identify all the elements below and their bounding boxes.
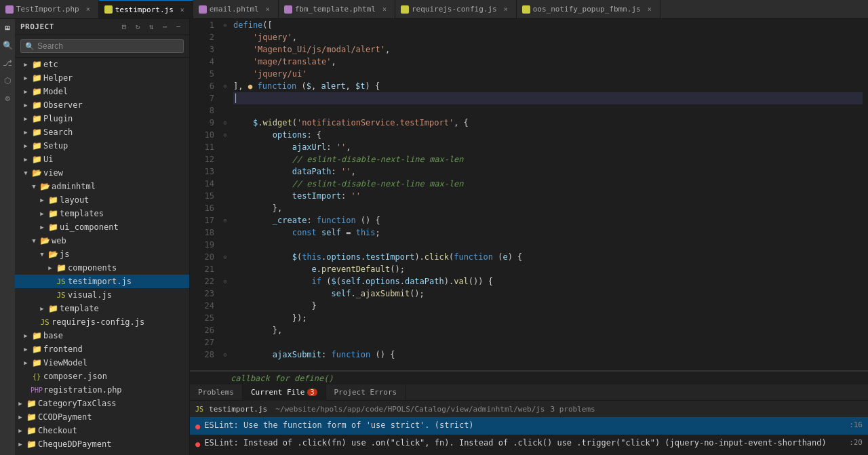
fold-arrow[interactable]: ⊙ (223, 351, 226, 358)
list-item[interactable]: ▶ 📁 Model (15, 85, 189, 98)
extensions-icon[interactable]: ⚙ (1, 92, 14, 104)
list-item[interactable]: JS visual.js (15, 288, 189, 302)
problem-item[interactable]: ▲ Unresolved variable notificationServic… (190, 452, 868, 455)
list-item[interactable]: ▶ 📁 ui_component (15, 220, 189, 234)
refresh-icon[interactable]: ↻ (132, 22, 143, 33)
debug-icon[interactable]: ⬡ (1, 75, 14, 87)
sort-icon[interactable]: ⇅ (146, 22, 157, 33)
chevron-right-icon: ▶ (20, 113, 31, 124)
search-wrap: 🔍 (20, 39, 184, 53)
list-item[interactable]: ▶ 📁 template (15, 302, 189, 315)
list-item[interactable]: ▶ 📁 ViewModel (15, 356, 189, 370)
list-item[interactable]: ▶ 📁 Observer (15, 98, 189, 112)
folder-icon: 📁 (31, 113, 42, 124)
tab-project-errors[interactable]: Project Errors (326, 384, 406, 401)
js-file-icon: JS (56, 290, 66, 300)
sidebar: Project ⊟ ↻ ⇅ ⋯ − 🔍 ▶ 📁 etc (15, 19, 190, 455)
tab-testimport-js[interactable]: testimport.js × (99, 0, 193, 19)
list-item[interactable]: ▼ 📂 js (15, 248, 189, 261)
list-item[interactable]: ▶ 📁 templates (15, 207, 189, 220)
tab-testimport-php[interactable]: TestImport.php × (0, 0, 99, 19)
list-item[interactable]: ▶ 📁 etc (15, 58, 189, 71)
fold-arrow[interactable]: ⊙ (223, 83, 226, 90)
tab-fbm-template[interactable]: fbm_template.phtml × (279, 0, 395, 19)
list-item[interactable]: ▶ 📁 Helper (15, 71, 189, 85)
list-item[interactable]: PHP registration.php (15, 383, 189, 397)
list-item[interactable]: ▶ 📁 Setup (15, 139, 189, 153)
list-item[interactable]: ▼ 📂 adminhtml (15, 180, 189, 193)
list-item[interactable]: ▶ 📁 frontend (15, 342, 189, 356)
spacer (20, 371, 31, 382)
list-item[interactable]: ▶ 📁 CCODPayment (15, 410, 189, 424)
files-icon[interactable]: ⊞ (1, 22, 14, 34)
list-item[interactable]: ▶ 📁 layout (15, 193, 189, 207)
fold-arrow[interactable]: ⊙ (223, 132, 226, 138)
code-line (233, 104, 863, 117)
problem-item[interactable]: ● ESLint: Use the function form of 'use … (190, 417, 868, 435)
collapse-all-icon[interactable]: ⊟ (119, 22, 130, 33)
file-label: composer.json (43, 372, 107, 381)
sidebar-title: Project (20, 22, 54, 31)
tab-close-button[interactable]: × (501, 5, 511, 14)
folder-label: frontend (43, 344, 83, 354)
tab-requirejs-config[interactable]: requirejs-config.js × (395, 0, 517, 19)
tab-close-button[interactable]: × (380, 5, 389, 14)
list-item[interactable]: ▶ 📁 components (15, 261, 189, 275)
problem-line: :20 (849, 437, 863, 449)
js-file-icon (522, 5, 530, 14)
list-item[interactable]: JS requirejs-config.js (15, 315, 189, 329)
chevron-down-icon: ▼ (37, 249, 47, 260)
list-item[interactable]: ▶ 📁 ChequeDDPayment (15, 437, 189, 451)
folder-icon: 📁 (31, 154, 42, 165)
folder-label: base (43, 331, 63, 340)
more-icon[interactable]: ⋯ (159, 22, 170, 33)
search-icon[interactable]: 🔍 (1, 39, 14, 52)
tab-close-button[interactable]: × (178, 5, 187, 14)
list-item[interactable]: {} composer.json (15, 370, 189, 383)
code-line (233, 336, 863, 349)
code-line: 'mage/translate', (233, 56, 863, 68)
tab-close-button[interactable]: × (263, 5, 273, 14)
tab-oos-notify[interactable]: oos_notify_popup_fbmn.js × (517, 0, 660, 19)
minimize-icon[interactable]: − (173, 22, 184, 33)
list-item[interactable]: ▶ 📁 Ui (15, 153, 189, 166)
spacer (20, 384, 31, 395)
code-line: ], ● function ($, alert, $t) { (233, 80, 863, 92)
spacer (28, 317, 39, 328)
code-editor[interactable]: define([ 'jquery', 'Magento_Ui/js/modal/… (231, 19, 868, 370)
tab-problems-label: Problems (198, 388, 234, 397)
tab-problems[interactable]: Problems (190, 384, 243, 401)
fold-arrow[interactable]: ⊙ (223, 22, 226, 28)
tab-close-button[interactable]: × (645, 5, 654, 14)
folder-open-icon: 📂 (39, 181, 50, 192)
fold-arrow[interactable]: ⊙ (223, 119, 226, 126)
problem-item[interactable]: ● ESLint: Instead of .click(fn) use .on(… (190, 435, 868, 452)
problem-count: 3 problems (551, 405, 595, 414)
chevron-right-icon: ▶ (20, 357, 31, 368)
search-input[interactable] (37, 41, 179, 51)
chevron-right-icon: ▶ (15, 398, 26, 409)
list-item[interactable]: ▶ 📁 Checkout (15, 424, 189, 437)
folder-icon: 📁 (31, 86, 42, 97)
fold-arrow[interactable]: ⊙ (223, 278, 226, 285)
list-item[interactable]: ▶ 📁 CategoryTaxClass (15, 397, 189, 410)
spacer (45, 290, 56, 300)
sidebar-header: Project ⊟ ↻ ⇅ ⋯ − (15, 19, 189, 35)
folder-label: CategoryTaxClass (38, 399, 117, 408)
tab-label: fbm_template.phtml (295, 5, 376, 14)
list-item[interactable]: JS testimport.js (15, 275, 189, 288)
fold-arrow[interactable]: ⊙ (223, 254, 226, 260)
list-item[interactable]: ▼ 📂 view (15, 166, 189, 180)
source-control-icon[interactable]: ⎇ (1, 57, 14, 69)
fold-arrow[interactable]: ⊙ (223, 217, 226, 224)
list-item[interactable]: ▶ 📁 Search (15, 125, 189, 139)
list-item[interactable]: ▼ 📂 web (15, 234, 189, 248)
chevron-right-icon: ▶ (20, 100, 31, 111)
list-item[interactable]: ▶ 📁 Plugin (15, 112, 189, 125)
tab-email-phtml[interactable]: email.phtml × (193, 0, 279, 19)
tab-current-file[interactable]: Current File 3 (243, 384, 326, 401)
chevron-right-icon: ▶ (20, 86, 31, 97)
list-item[interactable]: ▶ 📁 base (15, 329, 189, 342)
folder-label: view (43, 168, 63, 178)
tab-close-button[interactable]: × (83, 5, 93, 14)
